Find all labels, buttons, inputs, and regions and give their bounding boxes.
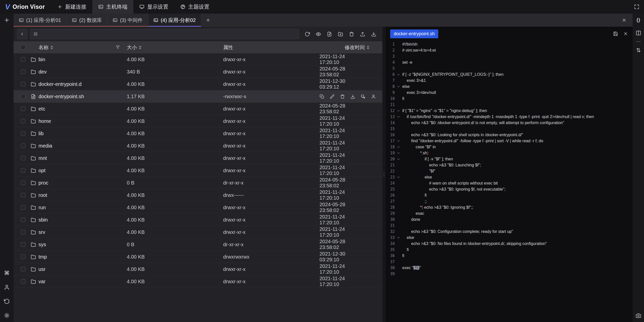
layout-icon[interactable] <box>636 30 641 36</box>
terminal-tab-3[interactable]: (3) 中间件 <box>107 14 148 27</box>
path-input[interactable] <box>41 31 296 37</box>
fold-chevron-icon[interactable] <box>397 175 400 179</box>
file-row[interactable]: media4.00 KBdrwxr-xr-x2021-11-24 17:20:1… <box>14 140 382 152</box>
file-row[interactable]: root4.00 KBdrwx------2021-11-24 17:20:10 <box>14 189 382 201</box>
user-icon[interactable] <box>4 284 10 290</box>
row-checkbox[interactable] <box>21 205 25 210</box>
row-checkbox[interactable] <box>21 218 25 222</box>
upload-button[interactable] <box>360 31 365 37</box>
row-checkbox[interactable] <box>21 193 25 197</box>
file-row[interactable]: proc0 Bdr-xr-xr-x2024-05-28 23:58:02 <box>14 177 382 189</box>
fold-chevron-icon[interactable] <box>397 109 400 113</box>
fold-gutter <box>395 175 402 179</box>
editor-actions <box>613 31 628 36</box>
refresh-button[interactable] <box>305 31 310 37</box>
row-checkbox[interactable] <box>21 156 25 160</box>
file-row[interactable]: dev340 Bdrwxr-xr-x2024-05-28 23:58:02 <box>14 66 382 78</box>
fold-chevron-icon[interactable] <box>397 73 400 76</box>
file-row[interactable]: bin4.00 KBdrwxr-xr-x2021-11-24 17:20:10 <box>14 53 382 66</box>
row-checkbox[interactable] <box>21 57 25 62</box>
terminal-tab-4[interactable]: (4) 应用-分析02 <box>148 14 201 27</box>
file-row[interactable]: usr4.00 KBdrwxr-xr-x2021-11-24 17:20:10 <box>14 263 382 275</box>
file-row[interactable]: sbin4.00 KBdrwxr-xr-x2021-11-24 17:20:10 <box>14 214 382 226</box>
row-checkbox[interactable] <box>21 242 25 247</box>
back-button[interactable] <box>17 29 27 39</box>
row-checkbox[interactable] <box>21 94 25 99</box>
edit-button[interactable] <box>330 94 335 99</box>
row-checkbox[interactable] <box>21 267 25 271</box>
snippets-icon[interactable]: {} <box>636 17 641 23</box>
row-checkbox[interactable] <box>21 255 25 259</box>
delete-button[interactable] <box>340 94 345 99</box>
sort-mtime-button[interactable] <box>367 46 369 49</box>
file-row[interactable]: var4.00 KBdrwxr-xr-x2021-11-24 17:20:10 <box>14 275 382 288</box>
file-row[interactable]: docker-entrypoint.sh1.17 KB-rwxrwxr-x <box>14 90 382 103</box>
app-logo[interactable]: V Orion Visor <box>0 3 51 11</box>
row-checkbox[interactable] <box>21 131 25 136</box>
row-checkbox[interactable] <box>21 230 25 234</box>
move-button[interactable] <box>361 94 366 99</box>
row-checkbox[interactable] <box>21 82 25 86</box>
menu-item-new-connection[interactable]: 新建连接 <box>51 0 92 14</box>
fold-chevron-icon[interactable] <box>397 115 400 119</box>
file-row[interactable]: lib4.00 KBdrwxr-xr-x2021-11-24 17:20:10 <box>14 127 382 140</box>
file-row[interactable]: srv4.00 KBdrwxr-xr-x2021-11-24 17:20:10 <box>14 226 382 238</box>
fold-chevron-icon[interactable] <box>397 145 400 149</box>
download-button[interactable] <box>350 94 355 99</box>
new-folder-button[interactable] <box>338 31 343 37</box>
row-checkbox[interactable] <box>21 119 25 123</box>
row-checkbox[interactable] <box>21 106 25 111</box>
file-row[interactable]: opt4.00 KBdrwxr-xr-x2021-11-24 17:20:10 <box>14 164 382 177</box>
download-button[interactable] <box>371 31 376 37</box>
file-row[interactable]: docker-entrypoint.d4.00 KBdrwxr-xr-x2021… <box>14 78 382 90</box>
permission-button[interactable] <box>371 94 376 99</box>
editor-file-tab[interactable]: docker-entrypoint.sh <box>390 29 438 38</box>
close-editor-icon[interactable] <box>623 31 628 36</box>
file-row[interactable]: run4.00 KBdrwxr-xr-x2024-05-28 23:58:02 <box>14 201 382 214</box>
menu-item-theme-settings[interactable]: 主题设置 <box>174 0 215 14</box>
row-checkbox[interactable] <box>21 144 25 148</box>
code-editor[interactable]: 1#!/bin/sh2# vim:sw=4:ts=4:et34set -e56i… <box>386 41 633 322</box>
file-row[interactable]: tmp4.00 KBdrwxrwxrwx2021-12-30 03:29:10 <box>14 251 382 263</box>
new-tab-button[interactable] <box>201 14 215 27</box>
menu-item-display-settings[interactable]: 显示设置 <box>133 0 174 14</box>
sort-name-button[interactable] <box>51 46 53 49</box>
row-checkbox[interactable] <box>21 168 25 173</box>
row-checkbox[interactable] <box>21 69 25 74</box>
save-icon[interactable] <box>613 31 618 36</box>
new-panel-icon[interactable] <box>4 17 10 23</box>
file-row[interactable]: etc4.00 KBdrwxr-xr-x2024-05-28 23:58:02 <box>14 103 382 115</box>
row-checkbox[interactable] <box>21 181 25 185</box>
new-file-button[interactable] <box>327 31 332 37</box>
sort-icon[interactable] <box>636 47 641 53</box>
palette-icon <box>180 4 185 9</box>
fold-chevron-icon[interactable] <box>397 157 400 161</box>
terminal-tab-2[interactable]: (2) 数据库 <box>67 14 107 27</box>
row-checkbox[interactable] <box>21 279 25 284</box>
file-row[interactable]: home4.00 KBdrwxr-xr-x2021-11-24 17:20:10 <box>14 115 382 127</box>
sort-size-button[interactable] <box>139 46 141 49</box>
fullscreen-button[interactable] <box>629 4 644 10</box>
code-line: 35 fi <box>386 247 633 253</box>
file-row[interactable]: mnt4.00 KBdrwxr-xr-x2021-11-24 17:20:10 <box>14 152 382 164</box>
fold-chevron-icon[interactable] <box>397 85 400 88</box>
delete-button[interactable] <box>349 31 354 37</box>
settings-icon[interactable] <box>4 312 10 318</box>
fold-chevron-icon[interactable] <box>397 151 400 155</box>
menu-item-host-terminal[interactable]: 主机终端 <box>92 0 133 14</box>
filter-name-button[interactable] <box>116 45 120 50</box>
terminal-tab-1[interactable]: (1) 应用-分析01 <box>14 14 67 27</box>
select-all-checkbox[interactable] <box>21 45 25 50</box>
toggle-hidden-button[interactable] <box>316 31 321 37</box>
screenshot-icon[interactable] <box>636 313 641 318</box>
file-permissions: drwxr-xr-x <box>223 69 319 75</box>
left-rail: ⌘ <box>0 14 14 322</box>
fold-chevron-icon[interactable] <box>397 139 400 143</box>
panel-splitter[interactable] <box>382 27 386 322</box>
file-row[interactable]: sys0 Bdr-xr-xr-x2024-05-28 23:58:02 <box>14 238 382 251</box>
close-terminal-button[interactable] <box>616 14 633 27</box>
sync-icon[interactable] <box>4 298 10 304</box>
fold-chevron-icon[interactable] <box>397 236 400 239</box>
copy-path-button[interactable] <box>319 94 324 99</box>
command-icon[interactable]: ⌘ <box>4 270 10 276</box>
